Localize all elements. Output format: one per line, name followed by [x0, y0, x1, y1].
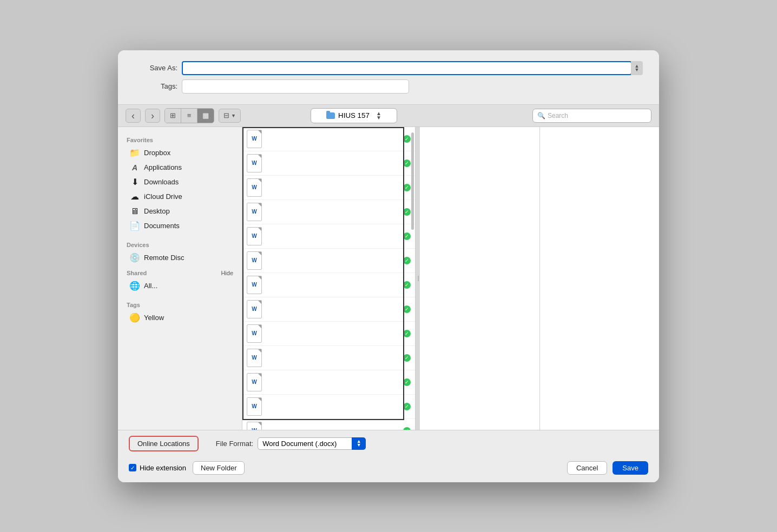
second-footer: ✓ Hide extension New Folder Cancel Save [118, 457, 659, 482]
footer-right: Cancel Save [567, 461, 648, 475]
sync-check-icon: ✓ [403, 281, 411, 289]
sidebar-item-remote-disc[interactable]: 💿 Remote Disc [121, 251, 239, 265]
search-box[interactable]: 🔍 Search [532, 109, 651, 123]
panel-resizer[interactable]: ⁞ [416, 127, 420, 430]
gallery-icon: ⊟ [223, 111, 229, 119]
list-item[interactable]: W ✓ [242, 419, 415, 430]
sidebar-item-label: Desktop [144, 207, 170, 215]
new-folder-button[interactable]: New Folder [193, 461, 245, 475]
preview-panel-2 [540, 127, 660, 430]
sidebar-item-label: Yellow [144, 314, 164, 322]
sync-check-icon: ✓ [403, 378, 411, 386]
favorites-section-label: Favorites [118, 132, 242, 145]
toolbar: ‹ › ⊞ ≡ ▦ ⊟ ▼ HIUS 157 ▲▼ [118, 104, 659, 127]
list-item[interactable]: W ✓ [242, 249, 415, 273]
sidebar-item-label: Remote Disc [144, 254, 184, 262]
sync-check-icon: ✓ [403, 354, 411, 362]
file-format-select[interactable]: Word Document (.docx) [258, 437, 366, 450]
save-dialog: Save As: ▲▼ Tags: ‹ › ⊞ ≡ [118, 50, 659, 482]
sidebar-item-label: Documents [144, 222, 180, 230]
shared-section-label: Shared [127, 270, 147, 276]
sync-check-icon: ✓ [403, 232, 411, 240]
hide-extension-label: Hide extension [140, 464, 186, 472]
devices-section-label: Devices [118, 237, 242, 250]
sidebar-item-all[interactable]: 🌐 All... [121, 279, 239, 293]
icloud-icon: ☁ [130, 192, 140, 202]
word-file-icon: W [247, 227, 262, 245]
list-item[interactable]: W ✓ [242, 200, 415, 224]
file-format-label: File Format: [216, 440, 253, 448]
save-as-label: Save As: [134, 64, 177, 72]
sync-check-icon: ✓ [403, 427, 411, 430]
list-item[interactable]: W ✓ [242, 322, 415, 346]
dialog-header: Save As: ▲▼ Tags: [118, 50, 659, 104]
list-item[interactable]: W ✓ [242, 370, 415, 395]
search-icon: 🔍 [537, 112, 545, 119]
hide-extension-row: ✓ Hide extension [129, 464, 186, 472]
word-file-icon: W [247, 251, 262, 270]
word-file-icon: W [247, 154, 262, 172]
dialog-footer: Online Locations File Format: Word Docum… [118, 430, 659, 457]
forward-button[interactable]: › [145, 109, 160, 123]
preview-panel-1 [420, 127, 540, 430]
tags-row: Tags: [134, 79, 643, 94]
word-file-icon: W [247, 203, 262, 221]
save-button[interactable]: Save [613, 461, 648, 475]
word-file-icon: W [247, 397, 262, 416]
file-list-scrollbar[interactable] [411, 132, 414, 230]
sidebar-item-label: Applications [144, 163, 182, 171]
sync-check-icon: ✓ [403, 305, 411, 313]
sidebar-item-documents[interactable]: 📄 Documents [121, 219, 239, 233]
tags-label: Tags: [134, 82, 177, 90]
list-item[interactable]: W ✓ [242, 297, 415, 322]
sidebar-item-yellow-tag[interactable]: 🟡 Yellow [121, 311, 239, 325]
content-area: Favorites 📁 Dropbox A Applications ⬇ Dow… [118, 127, 659, 430]
sync-check-icon: ✓ [403, 330, 411, 337]
sidebar-item-label: Dropbox [144, 149, 170, 157]
save-as-input[interactable] [182, 61, 632, 75]
list-item[interactable]: W ✓ [242, 176, 415, 200]
view-group: ⊞ ≡ ▦ [164, 108, 214, 123]
hide-extension-checkbox[interactable]: ✓ [129, 464, 136, 471]
word-file-icon: W [247, 324, 262, 343]
desktop-icon: 🖥 [130, 207, 140, 216]
word-file-icon: W [247, 130, 262, 148]
cancel-button[interactable]: Cancel [567, 461, 607, 475]
view-gallery-button[interactable]: ⊟ ▼ [219, 109, 241, 123]
yellow-tag-icon: 🟡 [130, 313, 140, 323]
list-item[interactable]: W ✓ [242, 151, 415, 176]
word-file-icon: W [247, 349, 262, 367]
location-chevron-icon: ▲▼ [376, 111, 381, 120]
list-item[interactable]: W ✓ [242, 127, 415, 151]
sidebar-item-applications[interactable]: A Applications [121, 161, 239, 175]
sync-check-icon: ✓ [403, 159, 411, 167]
search-placeholder: Search [548, 112, 568, 119]
word-file-icon: W [247, 276, 262, 294]
list-item[interactable]: W ✓ [242, 346, 415, 370]
applications-icon: A [130, 163, 140, 172]
remote-disc-icon: 💿 [130, 253, 140, 263]
sidebar-item-label: iCloud Drive [144, 192, 182, 201]
downloads-icon: ⬇ [130, 177, 140, 187]
list-item[interactable]: W ✓ [242, 395, 415, 419]
save-as-chevron-button[interactable]: ▲▼ [631, 61, 643, 75]
back-button[interactable]: ‹ [126, 109, 141, 123]
sidebar-item-desktop[interactable]: 🖥 Desktop [121, 204, 239, 218]
shared-hide-button[interactable]: Hide [221, 270, 233, 276]
sidebar-item-dropbox[interactable]: 📁 Dropbox [121, 146, 239, 160]
view-icon-button[interactable]: ⊞ [165, 109, 181, 123]
location-button[interactable]: HIUS 157 ▲▼ [311, 108, 397, 123]
view-list-button[interactable]: ≡ [181, 109, 197, 123]
list-icon: ≡ [187, 111, 192, 119]
list-item[interactable]: W ✓ [242, 224, 415, 249]
sidebar-item-downloads[interactable]: ⬇ Downloads [121, 175, 239, 189]
sidebar-item-icloud[interactable]: ☁ iCloud Drive [121, 190, 239, 204]
online-locations-button[interactable]: Online Locations [129, 436, 199, 451]
dropbox-icon: 📁 [130, 148, 140, 158]
file-list-panel: W ✓ W ✓ W ✓ W ✓ W ✓ [242, 127, 416, 430]
view-columns-button[interactable]: ▦ [197, 109, 214, 123]
sync-check-icon: ✓ [403, 135, 411, 143]
word-file-icon: W [247, 300, 262, 318]
tags-input[interactable] [182, 79, 409, 94]
list-item[interactable]: W ✓ [242, 273, 415, 297]
